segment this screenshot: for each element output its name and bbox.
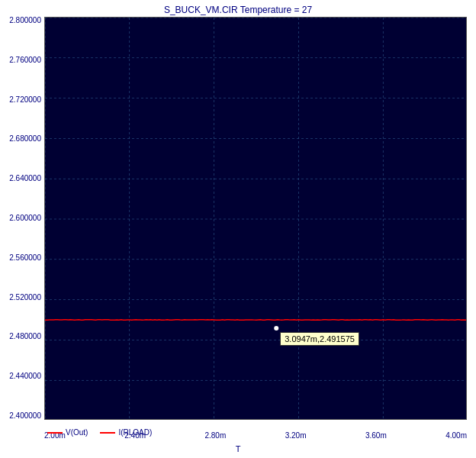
- tooltip-box: 3.0947m,2.491575: [280, 332, 359, 346]
- legend-item-vout: V(Out): [47, 428, 88, 437]
- x-axis-label: 4.00m: [445, 432, 467, 440]
- y-axis-label: 2.680000: [9, 135, 41, 143]
- legend: V(Out) I(RLOAD): [47, 428, 152, 437]
- y-axis-label: 2.480000: [9, 333, 41, 340]
- y-axis-label: 2.760000: [9, 56, 41, 64]
- y-axis-label: 2.720000: [9, 96, 41, 104]
- y-axis-label: 2.560000: [9, 254, 41, 262]
- y-axis-label: 2.400000: [9, 412, 41, 420]
- y-axis-label: 2.520000: [9, 294, 41, 302]
- y-axis-label: 2.600000: [9, 214, 41, 222]
- legend-color-vout: [47, 432, 63, 434]
- x-axis-label: 3.60m: [365, 432, 387, 440]
- legend-label-irload: I(RLOAD): [118, 428, 152, 437]
- legend-color-irload: [100, 432, 115, 434]
- chart-container: S_BUCK_VM.CIR Temperature = 27 2.8000002…: [0, 0, 476, 458]
- y-axis-label: 2.440000: [9, 373, 41, 380]
- y-axis-label: 2.640000: [9, 175, 41, 182]
- chart-area[interactable]: 3.0947m,2.491575: [44, 17, 467, 420]
- x-axis-title: T: [236, 444, 241, 453]
- legend-label-vout: V(Out): [66, 428, 88, 437]
- y-axis-label: 2.800000: [9, 17, 41, 24]
- y-axis-labels: 2.8000002.7600002.7200002.6800002.640000…: [0, 17, 44, 420]
- legend-item-irload: I(RLOAD): [100, 428, 152, 437]
- x-axis-label: 3.20m: [285, 432, 307, 440]
- x-axis-label: 2.80m: [204, 432, 226, 440]
- chart-title: S_BUCK_VM.CIR Temperature = 27: [164, 5, 312, 15]
